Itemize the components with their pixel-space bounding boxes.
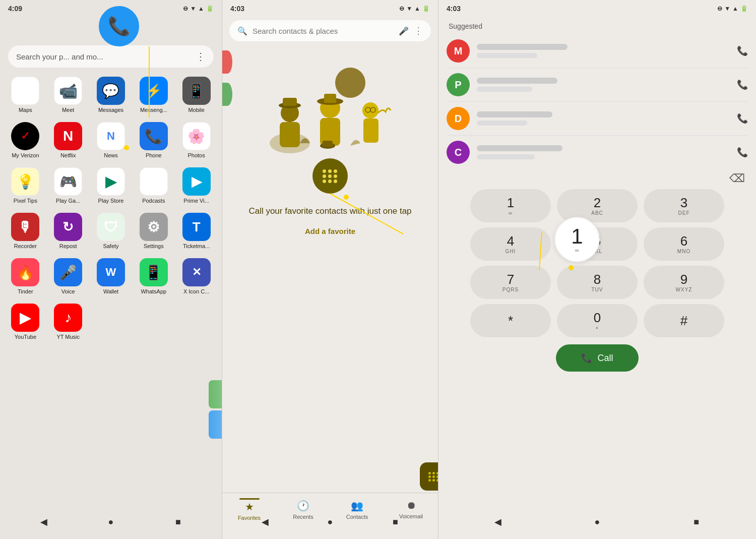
back-button-2[interactable]: ◀	[258, 515, 272, 529]
signal-icon-2: ▲	[414, 5, 420, 12]
key-4[interactable]: 4 GHI	[470, 227, 551, 261]
suggested-label: Suggested	[438, 15, 756, 34]
app-wallet[interactable]: W Wallet	[91, 255, 132, 297]
app-whatsapp[interactable]: 📱 WhatsApp	[133, 255, 174, 297]
app-label-playstore: Play Store	[98, 198, 124, 204]
app-label-photos: Photos	[187, 152, 205, 158]
signal-icon-3: ▲	[732, 5, 738, 12]
app-label-mobile: Mobile	[188, 107, 204, 113]
app-photos[interactable]: 🌸 Photos	[176, 119, 217, 161]
back-button-1[interactable]: ◀	[37, 515, 51, 529]
app-label-tinder: Tinder	[18, 288, 33, 294]
app-netflix[interactable]: N Netflix	[48, 119, 89, 161]
app-label-meet: Meet	[62, 107, 74, 113]
time-2: 4:03	[230, 5, 244, 13]
key-1[interactable]: 1 ∞	[470, 189, 551, 222]
more-icon[interactable]: ⋮	[414, 25, 423, 36]
app-ticketmaster[interactable]: T Ticketma...	[176, 210, 217, 252]
key-3[interactable]: 3 DEF	[644, 189, 724, 222]
key-2-sub: ABC	[591, 210, 603, 216]
recents-button-2[interactable]: ■	[388, 515, 402, 529]
home-button-2[interactable]: ●	[323, 515, 337, 529]
key-star[interactable]: *	[470, 304, 551, 337]
app-xicon[interactable]: ✕ X Icon C...	[176, 255, 217, 297]
phone-search-input[interactable]	[253, 27, 394, 35]
app-primevideo[interactable]: ▶ Prime Vi...	[176, 164, 217, 207]
key-0[interactable]: 0 +	[557, 304, 638, 337]
recents-button-3[interactable]: ■	[689, 515, 704, 529]
avatar-c: C	[447, 141, 470, 164]
mini-dial-icon[interactable]	[420, 462, 438, 491]
wifi-icon: ▼	[190, 5, 196, 12]
key-8[interactable]: 8 TUV	[557, 266, 638, 299]
app-myverizon[interactable]: ✓ My Verizon	[5, 119, 46, 161]
app-label-safety: Safety	[103, 243, 118, 249]
recents-button-1[interactable]: ■	[171, 515, 185, 529]
search-hint: Search your p... and mo...	[16, 52, 103, 61]
dnd-icon-3: ⊖	[717, 5, 722, 12]
contact-row-c[interactable]: C 📞	[447, 136, 748, 169]
home-button-3[interactable]: ●	[590, 515, 604, 529]
app-youtube[interactable]: ▶ YouTube	[5, 301, 46, 343]
back-button-3[interactable]: ◀	[491, 515, 505, 529]
key-9-num: 9	[680, 272, 687, 287]
app-repost[interactable]: ↻ Repost	[48, 210, 89, 252]
contact-info-m	[477, 44, 730, 58]
key-8-num: 8	[594, 272, 601, 287]
svg-rect-16	[323, 141, 333, 147]
key-9[interactable]: 9 WXYZ	[644, 266, 724, 299]
app-messages[interactable]: 💬 Messages	[91, 74, 132, 116]
app-label-pixeltips: Pixel Tips	[14, 198, 37, 204]
app-phone[interactable]: 📞 Phone	[133, 119, 174, 161]
app-search-bar[interactable]: Search your p... and mo... ⋮	[8, 45, 214, 68]
app-ytmusic[interactable]: ♪ YT Music	[48, 301, 89, 343]
call-icon-m[interactable]: 📞	[737, 45, 748, 56]
call-icon-c[interactable]: 📞	[737, 147, 748, 158]
svg-rect-11	[363, 118, 379, 143]
app-grid: 🗺 Maps 📹 Meet 💬 Messages ⚡ Messeng... 📱 …	[0, 74, 222, 343]
key-6-num: 6	[680, 234, 687, 249]
contact-row-m[interactable]: M 📞	[447, 34, 748, 68]
call-icon-p[interactable]: 📞	[737, 79, 748, 90]
svg-point-0	[335, 68, 365, 98]
contact-info-d	[477, 111, 730, 126]
mic-icon[interactable]: 🎤	[399, 26, 409, 36]
status-icons-1: ⊖ ▼ ▲ 🔋	[183, 5, 214, 12]
app-meet[interactable]: 📹 Meet	[48, 74, 89, 116]
call-icon-d[interactable]: 📞	[737, 113, 748, 124]
phone-app-highlight[interactable]: 📞	[99, 6, 139, 46]
key-1-num: 1	[507, 196, 514, 210]
app-playgames[interactable]: 🎮 Play Ga...	[48, 164, 89, 207]
app-maps[interactable]: 🗺 Maps	[5, 74, 46, 116]
app-mobile[interactable]: 📱 Mobile	[176, 74, 217, 116]
app-safety[interactable]: 🛡 Safety	[91, 210, 132, 252]
app-tinder[interactable]: 🔥 Tinder	[5, 255, 46, 297]
app-messenger[interactable]: ⚡ Messeng...	[133, 74, 174, 116]
more-options-icon[interactable]: ⋮	[196, 50, 206, 63]
home-button-1[interactable]: ●	[104, 515, 118, 529]
mini-dial-dots	[428, 472, 438, 482]
contact-info-p	[477, 78, 730, 92]
call-button[interactable]: 📞 Call	[556, 344, 638, 372]
app-voice[interactable]: 🎤 Voice	[48, 255, 89, 297]
app-podcasts[interactable]: 🎙 Podcasts	[133, 164, 174, 207]
app-settings[interactable]: ⚙ Settings	[133, 210, 174, 252]
key-hash[interactable]: #	[644, 304, 724, 337]
app-pixeltips[interactable]: 💡 Pixel Tips	[5, 164, 46, 207]
contact-row-p[interactable]: P 📞	[447, 68, 748, 102]
key-star-sym: *	[508, 313, 513, 329]
contact-row-d[interactable]: D 📞	[447, 102, 748, 136]
app-label-recorder: Recorder	[14, 243, 37, 249]
key-7[interactable]: 7 PQRS	[470, 266, 551, 299]
phone-search-bar[interactable]: 🔍 🎤 ⋮	[229, 20, 431, 41]
app-label-playgames: Play Ga...	[56, 198, 80, 204]
app-news[interactable]: N News	[91, 119, 132, 161]
app-recorder[interactable]: 🎙 Recorder	[5, 210, 46, 252]
app-label-maps: Maps	[19, 107, 32, 113]
key-6[interactable]: 6 MNO	[644, 227, 724, 261]
key-hash-sym: #	[680, 313, 687, 329]
backspace-button[interactable]: ⌫	[729, 172, 745, 185]
key-2[interactable]: 2 ABC	[557, 189, 638, 222]
key-1-indicator	[569, 265, 574, 270]
app-playstore[interactable]: ▶ Play Store	[91, 164, 132, 207]
